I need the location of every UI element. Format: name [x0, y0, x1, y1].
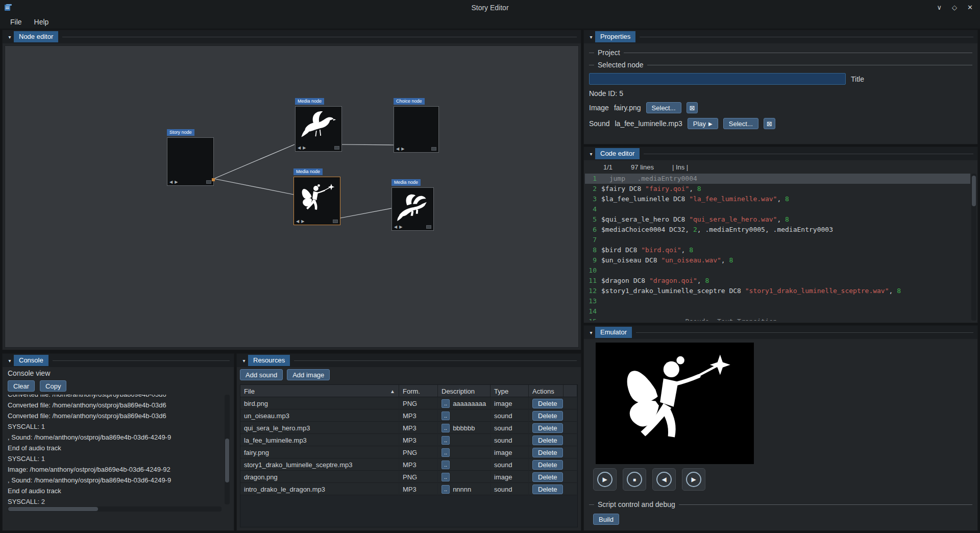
node-prev-button[interactable]: ◀ [296, 219, 299, 224]
scrollbar-thumb[interactable] [225, 439, 229, 482]
image-select-button[interactable]: Select... [646, 102, 681, 113]
code-line[interactable]: 11$dragon DC8 "dragon.qoi", 8 [585, 276, 970, 286]
titlebar[interactable]: Story Editor ∨ ◇ ✕ [0, 0, 980, 15]
code-line[interactable]: 5$qui_sera_le_hero DC8 "qui_sera_le_hero… [585, 214, 970, 225]
step-back-button[interactable]: ◀ [652, 468, 676, 491]
resource-row[interactable]: intro_drako_le_dragon.mp3MP3..nnnnnsound… [240, 483, 577, 495]
column-header-actions[interactable]: Actions [529, 385, 564, 397]
node-value-box[interactable] [431, 147, 436, 151]
collapse-icon[interactable]: ▾ [587, 330, 595, 335]
description-edit-button[interactable]: .. [442, 424, 450, 432]
collapse-icon[interactable]: ▾ [587, 151, 595, 157]
graph-node-bird[interactable]: Media node ◀ ▶ [295, 98, 342, 150]
resource-delete-button[interactable]: Delete [532, 423, 563, 433]
console-copy-button[interactable]: Copy [40, 380, 66, 392]
code-line[interactable]: 13 [585, 296, 970, 306]
build-button[interactable]: Build [593, 514, 619, 525]
add-image-button[interactable]: Add image [287, 369, 330, 380]
stop-button[interactable]: ■ [623, 468, 646, 491]
node-value-box[interactable] [206, 180, 211, 184]
graph-node-story[interactable]: Story node ◀ ▶ [167, 129, 214, 184]
node-body[interactable]: ◀ ▶ [394, 106, 439, 153]
node-prev-button[interactable]: ◀ [169, 180, 173, 184]
node-value-box[interactable] [426, 225, 431, 229]
code-line[interactable]: 9$un_oiseau DC8 "un_oiseau.wav", 8 [585, 255, 970, 265]
scrollbar-thumb[interactable] [972, 176, 976, 206]
resource-row[interactable]: story1_drako_luminelle_sceptre.mp3MP3..s… [240, 458, 577, 471]
description-edit-button[interactable]: .. [442, 399, 450, 408]
scrollbar-thumb[interactable] [8, 507, 98, 511]
node-body[interactable]: ◀ ▶ [295, 106, 342, 152]
column-header-file[interactable]: File▲ [240, 385, 399, 397]
code-line[interactable]: 10 [585, 265, 970, 276]
graph-node-fairy[interactable]: Media node ◀ ▶ [293, 168, 340, 224]
code-line[interactable]: 3$la_fee_luminelle DC8 "la_fee_luminelle… [585, 194, 970, 204]
description-edit-button[interactable]: .. [442, 473, 450, 481]
resource-delete-button[interactable]: Delete [532, 472, 563, 482]
console-clear-button[interactable]: Clear [8, 380, 35, 392]
node-next-button[interactable]: ▶ [175, 180, 178, 184]
resource-delete-button[interactable]: Delete [532, 448, 563, 457]
console-vertical-scrollbar[interactable] [225, 395, 230, 504]
node-editor-header[interactable]: ▾ Node editor [3, 30, 581, 43]
resource-row[interactable]: qui_sera_le_hero.mp3MP3..bbbbbbsoundDele… [240, 422, 577, 434]
console-header[interactable]: ▾ Console [3, 354, 234, 367]
close-button-icon[interactable]: ✕ [967, 4, 973, 11]
menu-file[interactable]: File [5, 16, 27, 28]
node-body[interactable]: ◀ ▶ [391, 187, 434, 231]
graph-node-choice[interactable]: Choice node ◀ ▶ [394, 98, 439, 151]
play-button[interactable]: ▶ [593, 468, 617, 491]
resource-delete-button[interactable]: Delete [532, 399, 563, 408]
console-log[interactable]: Converted file: /home/anthony/ostproj/ba… [8, 395, 222, 504]
node-body[interactable]: ◀ ▶ [293, 177, 340, 225]
code-line[interactable]: 2$fairy DC8 "fairy.qoi", 8 [585, 184, 970, 194]
description-edit-button[interactable]: .. [442, 461, 450, 469]
add-sound-button[interactable]: Add sound [240, 369, 283, 380]
description-edit-button[interactable]: .. [442, 436, 450, 445]
resource-delete-button[interactable]: Delete [532, 484, 563, 494]
sound-clear-button[interactable]: ⊠ [764, 118, 775, 129]
node-value-box[interactable] [333, 220, 338, 223]
sound-select-button[interactable]: Select... [723, 118, 758, 129]
menu-help[interactable]: Help [29, 16, 54, 28]
resource-row[interactable]: la_fee_luminelle.mp3MP3..soundDelete [240, 434, 577, 446]
code-editor-header[interactable]: ▾ Code editor [584, 147, 977, 160]
code-line[interactable]: 14 [585, 306, 970, 317]
resources-header[interactable]: ▾ Resources [237, 354, 581, 367]
description-edit-button[interactable]: .. [442, 411, 450, 420]
column-header-description[interactable]: Description [438, 385, 491, 397]
maximize-button-icon[interactable]: ◇ [952, 4, 957, 11]
column-header-format[interactable]: Form. [399, 385, 438, 397]
node-value-box[interactable] [334, 146, 339, 150]
resource-row[interactable]: bird.pngPNG..aaaaaaaaaimageDelete [240, 397, 577, 409]
code-text-area[interactable]: 1 jump .mediaEntry00042$fairy DC8 "fairy… [585, 174, 970, 321]
node-next-button[interactable]: ▶ [401, 147, 404, 151]
emulator-header[interactable]: ▾ Emulator [584, 326, 977, 339]
node-body[interactable]: ◀ ▶ [167, 137, 214, 186]
collapse-icon[interactable]: ▾ [6, 358, 14, 364]
code-line[interactable]: 12$story1_drako_luminelle_sceptre DC8 "s… [585, 286, 970, 296]
node-next-button[interactable]: ▶ [303, 146, 306, 150]
title-input[interactable] [589, 73, 846, 85]
properties-header[interactable]: ▾ Properties [584, 30, 977, 43]
code-vertical-scrollbar[interactable] [971, 174, 976, 321]
console-horizontal-scrollbar[interactable] [8, 506, 222, 512]
node-prev-button[interactable]: ◀ [396, 147, 399, 151]
node-next-button[interactable]: ▶ [301, 219, 304, 224]
resource-row[interactable]: fairy.pngPNG..imageDelete [240, 446, 577, 458]
node-output-port[interactable] [212, 178, 215, 181]
code-line[interactable]: 4 [585, 204, 970, 214]
minimize-button-icon[interactable]: ∨ [937, 4, 942, 11]
code-line[interactable]: 6$mediaChoice0004 DC32, 2, .mediaEntry00… [585, 225, 970, 235]
resource-delete-button[interactable]: Delete [532, 411, 563, 421]
node-prev-button[interactable]: ◀ [394, 225, 397, 229]
node-canvas[interactable]: Story node ◀ ▶ Media node ◀ ▶ [5, 45, 579, 348]
image-clear-button[interactable]: ⊠ [687, 102, 698, 113]
collapse-icon[interactable]: ▾ [587, 34, 595, 40]
description-edit-button[interactable]: .. [442, 485, 450, 494]
collapse-icon[interactable]: ▾ [6, 34, 14, 40]
resource-row[interactable]: dragon.pngPNG..imageDelete [240, 471, 577, 483]
code-line[interactable]: 15 Pseudo Text Transition [585, 317, 970, 321]
resource-row[interactable]: un_oiseau.mp3MP3..soundDelete [240, 409, 577, 422]
node-prev-button[interactable]: ◀ [298, 146, 301, 150]
